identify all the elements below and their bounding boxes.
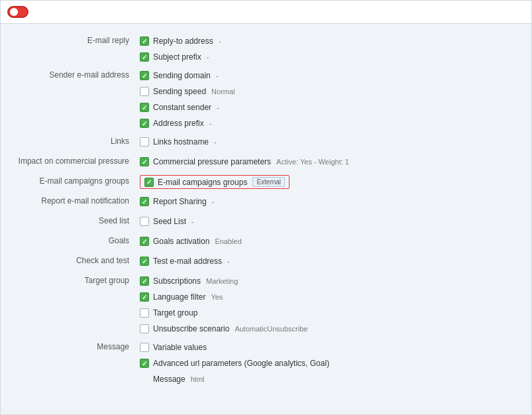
section-content: Seed List- bbox=[140, 215, 194, 228]
row-item: Variable values bbox=[140, 341, 329, 354]
checkbox[interactable] bbox=[140, 237, 149, 246]
panel-header bbox=[1, 1, 531, 24]
checkbox[interactable] bbox=[140, 137, 149, 147]
section-row: Impact on commercial pressureCommercial … bbox=[14, 155, 518, 170]
item-label: E-mail campaigns groups bbox=[158, 178, 247, 187]
item-label: Target group bbox=[153, 308, 197, 318]
section-label: E-mail campaigns groups bbox=[14, 175, 140, 186]
checkbox[interactable] bbox=[140, 157, 149, 166]
item-label: Test e-mail address bbox=[153, 257, 222, 266]
row-item: Target group bbox=[140, 306, 307, 320]
section-content: Sending domain-Sending speedNormalConsta… bbox=[140, 69, 235, 130]
row-item: Advanced url parameters (Google analytic… bbox=[140, 357, 329, 370]
checkbox[interactable] bbox=[140, 343, 149, 352]
section-content: Commercial pressure parametersActive: Ye… bbox=[140, 155, 349, 168]
section-row: MessageVariable valuesAdvanced url param… bbox=[14, 341, 518, 386]
section-label: Seed list bbox=[14, 215, 140, 225]
checkbox[interactable] bbox=[140, 257, 149, 266]
item-value: AutomaticUnsubscribe bbox=[235, 325, 307, 333]
item-value: - bbox=[191, 217, 194, 225]
row-item: Goals activationEnabled bbox=[140, 235, 242, 248]
checkbox[interactable] bbox=[140, 119, 149, 128]
checkbox[interactable] bbox=[140, 276, 149, 286]
section-label: Links bbox=[14, 135, 140, 146]
row-item: Commercial pressure parametersActive: Ye… bbox=[140, 155, 349, 168]
row-item: Unsubscribe scenarioAutomaticUnsubscribe bbox=[140, 322, 307, 335]
section-row: Report e-mail notificationReport Sharing… bbox=[14, 195, 518, 209]
row-item: Messagehtml bbox=[140, 373, 329, 386]
item-label: Sending domain bbox=[153, 71, 211, 80]
checkbox[interactable] bbox=[140, 308, 149, 318]
section-label: Report e-mail notification bbox=[14, 195, 140, 206]
section-content: Links hostname- bbox=[140, 135, 217, 148]
row-item: Seed List- bbox=[140, 215, 194, 228]
checkbox[interactable] bbox=[144, 178, 154, 187]
item-value: html bbox=[191, 375, 205, 383]
item-value: Active: Yes - Weight: 1 bbox=[276, 158, 349, 166]
row-item: Test e-mail address- bbox=[140, 255, 230, 268]
section-label: E-mail reply bbox=[14, 34, 140, 45]
checkbox[interactable] bbox=[140, 71, 149, 80]
section-label: Sender e-mail address bbox=[14, 69, 140, 80]
section-label: Goals bbox=[14, 235, 140, 245]
section-label: Impact on commercial pressure bbox=[14, 155, 140, 166]
toggle-knob bbox=[10, 8, 18, 16]
row-item: Subject prefix- bbox=[140, 50, 221, 64]
item-value: Enabled bbox=[215, 237, 241, 245]
item-label: Subscriptions bbox=[153, 276, 201, 286]
item-label: Goals activation bbox=[153, 237, 209, 246]
row-item: SubscriptionsMarketing bbox=[140, 274, 307, 288]
item-label: Report Sharing bbox=[153, 197, 207, 206]
item-value: - bbox=[207, 53, 209, 61]
item-label: Variable values bbox=[153, 343, 207, 352]
row-item: Report Sharing- bbox=[140, 195, 214, 208]
item-value: Marketing bbox=[206, 277, 238, 285]
item-value: - bbox=[219, 37, 221, 45]
item-label: Reply-to address bbox=[153, 36, 213, 46]
item-label: Commercial pressure parameters bbox=[153, 157, 271, 166]
item-value: - bbox=[209, 119, 212, 127]
checkbox[interactable] bbox=[140, 87, 149, 96]
checkbox[interactable] bbox=[140, 217, 149, 226]
section-row: LinksLinks hostname- bbox=[14, 135, 518, 150]
section-content: SubscriptionsMarketingLanguage filterYes… bbox=[140, 274, 307, 335]
item-value: Yes bbox=[211, 293, 223, 301]
checkbox[interactable] bbox=[140, 52, 149, 62]
checkbox[interactable] bbox=[140, 103, 149, 112]
item-label: Subject prefix bbox=[153, 52, 201, 62]
item-label: Sending speed bbox=[153, 87, 206, 96]
checkbox[interactable] bbox=[140, 292, 149, 302]
section-label: Message bbox=[14, 341, 140, 351]
item-badge: External bbox=[252, 177, 285, 187]
section-content: Report Sharing- bbox=[140, 195, 214, 208]
section-content: Goals activationEnabled bbox=[140, 235, 242, 248]
row-item: Language filterYes bbox=[140, 290, 307, 304]
row-item: E-mail campaigns groupsExternal bbox=[140, 175, 290, 189]
checkbox[interactable] bbox=[140, 36, 149, 46]
panel-content: E-mail replyReply-to address-Subject pre… bbox=[1, 24, 531, 402]
section-row: E-mail campaigns groupsE-mail campaigns … bbox=[14, 175, 518, 190]
checkbox[interactable] bbox=[140, 324, 149, 333]
section-row: Target groupSubscriptionsMarketingLangua… bbox=[14, 274, 518, 335]
row-item: Sending domain- bbox=[140, 69, 235, 82]
section-row: Seed listSeed List- bbox=[14, 215, 518, 229]
row-item: Sending speedNormal bbox=[140, 85, 235, 98]
checkbox[interactable] bbox=[140, 197, 149, 206]
item-label: Links hostname bbox=[153, 137, 209, 147]
checkbox[interactable] bbox=[140, 359, 149, 368]
item-label: Seed List bbox=[153, 217, 186, 226]
toggle-switch[interactable] bbox=[7, 6, 28, 18]
item-value: - bbox=[214, 138, 217, 146]
item-value: Normal bbox=[211, 88, 235, 95]
item-label: Language filter bbox=[153, 292, 205, 302]
section-row: Sender e-mail addressSending domain-Send… bbox=[14, 69, 518, 130]
advanced-parameters-panel: E-mail replyReply-to address-Subject pre… bbox=[0, 0, 532, 415]
item-value: - bbox=[212, 198, 215, 206]
section-label: Check and test bbox=[14, 255, 140, 265]
section-content: Test e-mail address- bbox=[140, 255, 230, 268]
item-value: - bbox=[216, 72, 219, 80]
section-row: Check and testTest e-mail address- bbox=[14, 255, 518, 269]
row-item: Address prefix- bbox=[140, 117, 235, 130]
section-row: E-mail replyReply-to address-Subject pre… bbox=[14, 34, 518, 64]
item-label: Address prefix bbox=[153, 119, 204, 128]
